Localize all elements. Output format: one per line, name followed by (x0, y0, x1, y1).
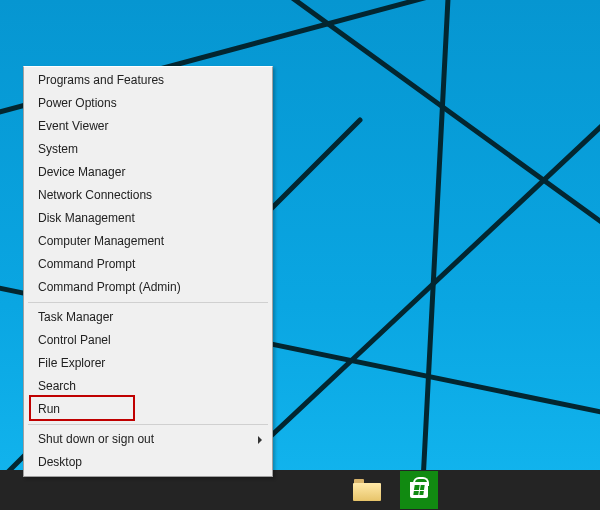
menu-item-control-panel[interactable]: Control Panel (26, 329, 270, 352)
submenu-arrow-icon (258, 436, 262, 444)
menu-item-search[interactable]: Search (26, 375, 270, 398)
desktop[interactable]: Programs and Features Power Options Even… (0, 0, 600, 510)
menu-item-label: Computer Management (38, 234, 164, 248)
menu-item-label: Event Viewer (38, 119, 108, 133)
menu-item-device-manager[interactable]: Device Manager (26, 161, 270, 184)
menu-item-task-manager[interactable]: Task Manager (26, 306, 270, 329)
menu-item-run[interactable]: Run (26, 398, 270, 421)
store-icon (400, 471, 438, 509)
menu-item-label: Network Connections (38, 188, 152, 202)
menu-item-label: Desktop (38, 455, 82, 469)
menu-item-desktop[interactable]: Desktop (26, 451, 270, 474)
folder-icon (353, 479, 381, 501)
menu-item-power-options[interactable]: Power Options (26, 92, 270, 115)
taskbar-file-explorer[interactable] (341, 470, 393, 510)
menu-item-event-viewer[interactable]: Event Viewer (26, 115, 270, 138)
menu-item-system[interactable]: System (26, 138, 270, 161)
menu-item-label: Control Panel (38, 333, 111, 347)
menu-item-shutdown-signout[interactable]: Shut down or sign out (26, 428, 270, 451)
menu-item-file-explorer[interactable]: File Explorer (26, 352, 270, 375)
menu-separator (28, 302, 268, 303)
menu-item-label: Shut down or sign out (38, 432, 154, 446)
menu-item-label: Power Options (38, 96, 117, 110)
taskbar-windows-store[interactable] (393, 470, 445, 510)
winx-context-menu[interactable]: Programs and Features Power Options Even… (23, 66, 273, 477)
menu-item-label: File Explorer (38, 356, 105, 370)
menu-item-command-prompt-admin[interactable]: Command Prompt (Admin) (26, 276, 270, 299)
menu-item-label: Command Prompt (38, 257, 135, 271)
menu-item-label: Disk Management (38, 211, 135, 225)
menu-item-label: Device Manager (38, 165, 125, 179)
menu-item-label: Run (38, 402, 60, 416)
menu-item-computer-management[interactable]: Computer Management (26, 230, 270, 253)
menu-item-disk-management[interactable]: Disk Management (26, 207, 270, 230)
menu-item-network-connections[interactable]: Network Connections (26, 184, 270, 207)
menu-item-command-prompt[interactable]: Command Prompt (26, 253, 270, 276)
menu-item-label: Programs and Features (38, 73, 164, 87)
menu-item-label: Command Prompt (Admin) (38, 280, 181, 294)
menu-item-label: System (38, 142, 78, 156)
menu-item-label: Search (38, 379, 76, 393)
menu-item-programs-and-features[interactable]: Programs and Features (26, 69, 270, 92)
menu-item-label: Task Manager (38, 310, 113, 324)
menu-separator (28, 424, 268, 425)
